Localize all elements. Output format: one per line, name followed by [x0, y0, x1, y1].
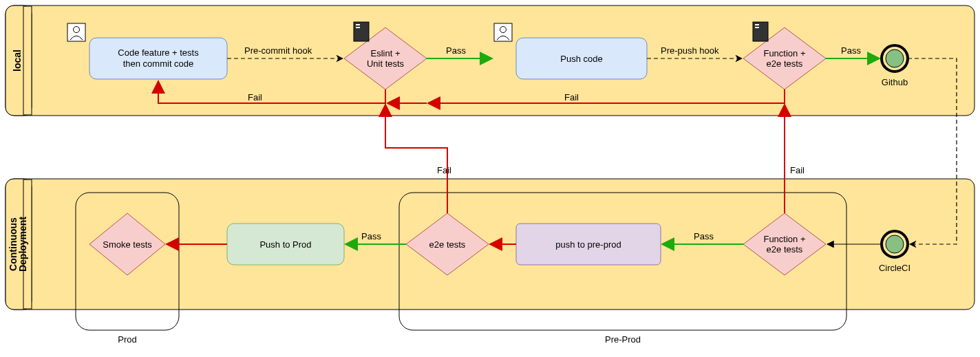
svg-rect-2 — [23, 6, 32, 115]
node-func-e2e-local-line1: Function + — [763, 48, 805, 58]
edge-func-cd-fail-label: Fail — [790, 165, 805, 175]
node-eslint-line2: Unit tests — [367, 58, 405, 69]
svg-point-21 — [886, 235, 904, 253]
node-e2e-label: e2e tests — [429, 239, 466, 250]
node-push-preprod-label: push to pre-prod — [555, 239, 621, 250]
node-circleci-label: CircleCI — [879, 263, 910, 273]
node-code-feature-line2: then commit code — [123, 58, 194, 69]
edge-e2e-fail-label: Fail — [437, 165, 451, 175]
svg-rect-8 — [356, 27, 360, 28]
svg-rect-13 — [755, 24, 759, 25]
node-func-e2e-local-line2: e2e tests — [767, 58, 803, 69]
user-icon — [67, 23, 85, 41]
edge-eslint-fail-label: Fail — [248, 92, 262, 102]
svg-rect-14 — [755, 27, 759, 28]
edge-precommit-label: Pre-commit hook — [244, 45, 312, 56]
user-icon — [494, 23, 512, 41]
node-code-feature: Code feature + tests then commit code — [89, 38, 227, 79]
svg-point-16 — [886, 50, 904, 67]
edge-func-pass-label: Pass — [841, 45, 861, 56]
server-icon — [753, 22, 768, 41]
edge-prepush-label: Pre-push hook — [661, 45, 719, 56]
node-circleci: CircleCI — [879, 231, 910, 273]
node-smoke-label: Smoke tests — [103, 239, 152, 250]
lane-local-label: local — [12, 50, 23, 72]
node-code-feature-line1: Code feature + tests — [118, 47, 199, 58]
container-prod-label: Prod — [118, 334, 136, 345]
lane-cd-label-l2: Deployment — [17, 217, 28, 272]
edge-e2e-pass-label: Pass — [361, 231, 381, 241]
edge-func-fail-label: Fail — [564, 92, 579, 102]
node-eslint-line1: Eslint + — [371, 48, 401, 58]
svg-rect-7 — [356, 24, 360, 25]
node-push-code: Push code — [516, 38, 647, 79]
container-preprod-label: Pre-Prod — [605, 334, 641, 345]
node-push-code-label: Push code — [560, 54, 602, 64]
svg-point-5 — [74, 27, 80, 33]
node-push-prod-label: Push to Prod — [259, 239, 311, 250]
svg-point-11 — [500, 27, 507, 33]
node-push-preprod: push to pre-prod — [516, 224, 661, 265]
node-func-e2e-cd-line2: e2e tests — [767, 244, 803, 255]
node-github-label: Github — [882, 77, 908, 87]
edge-eslint-pass-label: Pass — [446, 45, 466, 56]
node-func-e2e-cd-line1: Function + — [763, 234, 805, 244]
node-push-prod: Push to Prod — [227, 224, 344, 265]
edge-func-cd-pass-label: Pass — [694, 231, 714, 241]
server-icon — [354, 22, 369, 41]
